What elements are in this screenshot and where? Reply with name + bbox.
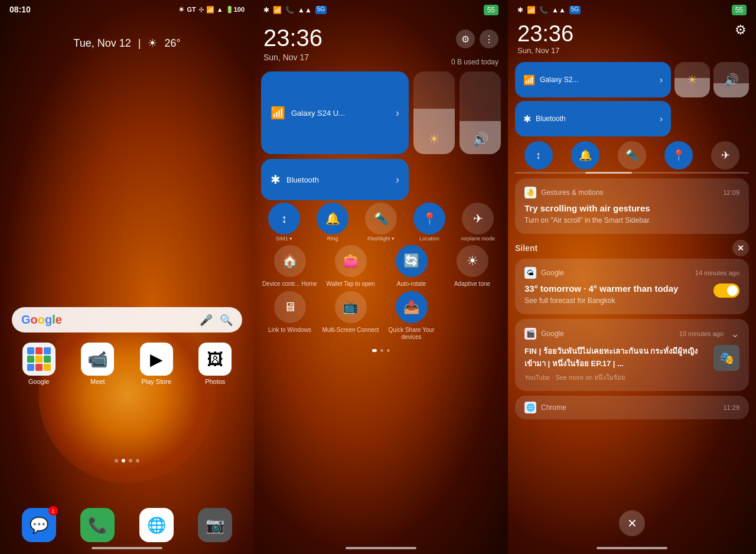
- volume-panel[interactable]: 🔊: [460, 71, 501, 154]
- signal-icon: ▲: [217, 6, 223, 13]
- mini-spacer1: [674, 101, 710, 136]
- device-control-label: Device contr... Home: [262, 281, 317, 288]
- bluetooth-icon: ⊹: [198, 6, 204, 14]
- wallet-tile[interactable]: 👛 Wallet Tap to open: [322, 245, 379, 288]
- data-used: 0 B used today: [451, 58, 498, 66]
- mini-bt-tile[interactable]: ✱ Bluetooth ›: [515, 101, 671, 136]
- app-item-photos[interactable]: 🖼 Photos: [188, 343, 243, 385]
- app-item-meet[interactable]: 📹 Meet: [71, 343, 125, 385]
- airplane-tile[interactable]: ✈: [455, 203, 501, 234]
- autorotate-tile[interactable]: 🔄 Auto-rotate: [383, 245, 440, 288]
- dock-messages[interactable]: 💬 1: [12, 508, 66, 542]
- app-item-playstore[interactable]: ▶ Play Store: [129, 343, 184, 385]
- qs-nav-bar: [254, 542, 508, 554]
- photos-icon: 🖼: [198, 343, 232, 376]
- qs-dot-3[interactable]: [387, 349, 390, 352]
- wifi-tile[interactable]: 📶 Galaxy S24 U... ›: [261, 71, 409, 154]
- expand-icon[interactable]: ⌄: [731, 327, 739, 340]
- qs-app-row2: 🖥 Link to Windows 📺 Multi-Screen Connect…: [254, 291, 508, 344]
- qs-battery: 55: [484, 5, 498, 15]
- mini-loc-btn[interactable]: 📍: [664, 141, 693, 170]
- notif-status-left: ✱ 📶 📞 ▲▲ 5G: [517, 6, 581, 14]
- google-notif-name: Google: [541, 269, 564, 277]
- weather-toggle[interactable]: [713, 283, 739, 298]
- dock-phone[interactable]: 📞: [71, 508, 125, 542]
- scroll-indicator: [515, 172, 749, 174]
- ring-tile[interactable]: 🔔: [309, 203, 356, 234]
- gestures-app-name: Gestures & motions: [541, 188, 603, 197]
- bt-chevron: ›: [396, 174, 399, 186]
- airplane-icon: ✈: [462, 203, 494, 234]
- link-windows-icon: 🖥: [274, 291, 306, 323]
- weather-notif-body: See full forecast for Bangkok: [524, 296, 709, 306]
- wallet-icon: 👛: [335, 245, 367, 277]
- mini-flash-btn[interactable]: 🔦: [618, 141, 646, 170]
- autorotate-label: Auto-rotate: [397, 281, 426, 288]
- qs-bt-icon: ✱: [263, 6, 269, 14]
- sim1-tile[interactable]: ↕: [261, 203, 307, 234]
- notif-bt-icon: ✱: [517, 6, 523, 14]
- mini-plane-btn[interactable]: ✈: [711, 141, 739, 170]
- qs-dot-2[interactable]: [380, 349, 383, 352]
- location-label: Location: [406, 236, 452, 242]
- mini-bt-icon: ✱: [523, 113, 531, 125]
- google2-app-icon: 🎬: [524, 328, 536, 340]
- page-dots: [115, 459, 139, 462]
- app-item-google[interactable]: Google: [12, 343, 66, 385]
- quickshare-icon: 📤: [396, 291, 428, 323]
- weather-card: 🌤 Google 14 minutes ago 33° tomorrow · 4…: [515, 259, 749, 314]
- page-dot-4[interactable]: [136, 459, 139, 462]
- mic-icon[interactable]: 🎤: [200, 314, 213, 327]
- location-icon: 📍: [413, 203, 445, 234]
- mini-tiles-row1: 📶 Galaxy S2... › ☀ 🔊: [515, 62, 749, 97]
- notif-gear-btn[interactable]: ⚙: [735, 22, 747, 38]
- spacer2: [460, 159, 501, 200]
- adaptive-tile[interactable]: ☀ Adaptive tone: [444, 245, 501, 288]
- silent-section: Silent ✕: [508, 236, 756, 256]
- page-dot-2[interactable]: [122, 459, 125, 462]
- quickshare-tile[interactable]: 📤 Quick Share Your devices: [383, 291, 440, 341]
- google-logo: Google: [21, 313, 62, 327]
- close-silent-btn[interactable]: ✕: [732, 240, 749, 256]
- page-dot-3[interactable]: [129, 459, 132, 462]
- qs-settings-btn[interactable]: ⚙: [456, 30, 475, 48]
- link-windows-tile[interactable]: 🖥 Link to Windows: [261, 291, 318, 341]
- brightness-panel[interactable]: ☀: [413, 71, 455, 154]
- location-tile[interactable]: 📍: [406, 203, 452, 234]
- divider: |: [138, 37, 141, 50]
- device-control-tile[interactable]: 🏠 Device contr... Home: [261, 245, 318, 288]
- mini-ring-btn[interactable]: 🔔: [571, 141, 599, 170]
- autorotate-icon: 🔄: [396, 245, 428, 277]
- qs-nav-line: [346, 547, 416, 549]
- mini-wifi-name: Galaxy S2...: [540, 76, 655, 84]
- page-dot-1[interactable]: [115, 459, 118, 462]
- bluetooth-tile[interactable]: ✱ Bluetooth ›: [261, 159, 409, 200]
- notifications-panel: ✱ 📶 📞 ▲▲ 5G 55 23:36 Sun, Nov 17 ⚙ 📶 Gal…: [508, 0, 756, 554]
- search-bar[interactable]: Google 🎤 🔍: [12, 307, 242, 333]
- mini-wifi-tile[interactable]: 📶 Galaxy S2... ›: [515, 62, 671, 97]
- mini-brightness-tile[interactable]: ☀: [674, 62, 710, 97]
- yt-notif-title: FIN | ร้อยวันพันปีไม่เคยทะเลาะกันจน กระท…: [524, 345, 704, 370]
- mini-sim-btn[interactable]: ↕: [524, 141, 553, 170]
- mini-volume-tile[interactable]: 🔊: [713, 62, 749, 97]
- device-control-icon: 🏠: [274, 245, 306, 277]
- qs-dot-1[interactable]: [372, 349, 377, 352]
- flashlight-tile[interactable]: 🔦: [358, 203, 404, 234]
- scroll-thumb: [585, 172, 632, 174]
- google2-notif-name: Google: [541, 330, 564, 338]
- lens-icon[interactable]: 🔍: [220, 314, 233, 327]
- qs-icon-labels: SIM1 ▾ Ring Flashlight ▾ Location Airpla…: [254, 236, 508, 242]
- qs-overflow-btn[interactable]: ⋮: [480, 30, 498, 48]
- multiscreen-tile[interactable]: 📺 Multi-Screen Connect: [322, 291, 379, 341]
- notif-battery: 55: [732, 5, 747, 15]
- chrome-app-icon: 🌐: [524, 402, 536, 413]
- sim1-icon: ↕: [268, 203, 300, 234]
- qs-icon-row: ↕ 🔔 🔦 📍 ✈: [254, 203, 508, 234]
- dock-chrome[interactable]: 🌐: [129, 508, 184, 542]
- dismiss-btn[interactable]: ✕: [619, 510, 645, 536]
- notif-nav-bar: [508, 542, 756, 554]
- notif-header: 23:36 Sun, Nov 17 ⚙: [508, 20, 756, 57]
- home-date: Tue, Nov 12 | ☀ 26°: [0, 37, 254, 50]
- notif-mini-tiles: 📶 Galaxy S2... › ☀ 🔊 ✱ Bluetooth ›: [508, 57, 756, 141]
- dock-camera[interactable]: 📷: [188, 508, 243, 542]
